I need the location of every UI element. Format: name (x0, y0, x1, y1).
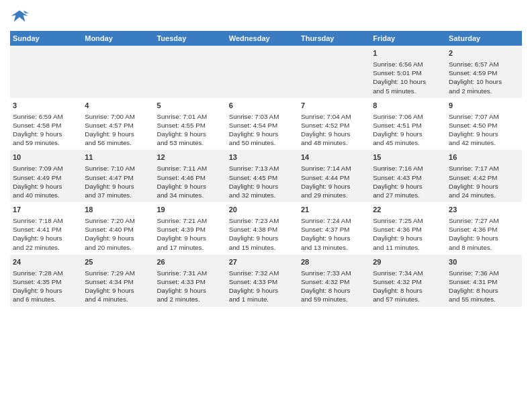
logo-bird-icon (10, 7, 29, 26)
day-number: 28 (301, 257, 367, 267)
day-info: Sunrise: 7:10 AM Sunset: 4:47 PM Dayligh… (85, 164, 151, 199)
day-number: 4 (85, 101, 151, 111)
calendar-week-row: 3Sunrise: 6:59 AM Sunset: 4:58 PM Daylig… (10, 98, 522, 150)
day-number: 16 (449, 152, 519, 163)
calendar-week-row: 17Sunrise: 7:18 AM Sunset: 4:41 PM Dayli… (10, 202, 522, 255)
day-info: Sunrise: 7:24 AM Sunset: 4:37 PM Dayligh… (301, 216, 367, 252)
day-info: Sunrise: 7:33 AM Sunset: 4:32 PM Dayligh… (301, 269, 367, 304)
weekday-header-sunday: Sunday (10, 31, 82, 46)
calendar-cell: 12Sunrise: 7:11 AM Sunset: 4:46 PM Dayli… (154, 150, 226, 202)
calendar-cell: 2Sunrise: 6:57 AM Sunset: 4:59 PM Daylig… (446, 46, 522, 98)
day-info: Sunrise: 7:00 AM Sunset: 4:57 PM Dayligh… (85, 112, 151, 148)
svg-marker-1 (24, 11, 29, 13)
day-number: 1 (373, 48, 443, 58)
calendar-cell (10, 46, 82, 98)
calendar-cell: 26Sunrise: 7:31 AM Sunset: 4:33 PM Dayli… (154, 255, 226, 307)
day-number: 5 (157, 101, 223, 111)
day-number: 11 (85, 152, 151, 163)
day-number: 9 (449, 101, 519, 111)
day-number: 8 (373, 101, 443, 111)
day-number: 3 (13, 101, 79, 111)
calendar-week-row: 10Sunrise: 7:09 AM Sunset: 4:49 PM Dayli… (10, 150, 522, 202)
day-info: Sunrise: 7:20 AM Sunset: 4:40 PM Dayligh… (85, 216, 151, 252)
day-info: Sunrise: 7:16 AM Sunset: 4:43 PM Dayligh… (373, 164, 443, 199)
logo (10, 7, 32, 26)
day-number: 25 (85, 257, 151, 267)
day-number: 6 (229, 101, 296, 111)
calendar-cell: 27Sunrise: 7:32 AM Sunset: 4:33 PM Dayli… (226, 255, 298, 307)
day-info: Sunrise: 7:07 AM Sunset: 4:50 PM Dayligh… (449, 112, 519, 148)
day-info: Sunrise: 7:36 AM Sunset: 4:31 PM Dayligh… (449, 269, 519, 304)
weekday-header-saturday: Saturday (446, 31, 522, 46)
calendar-cell: 4Sunrise: 7:00 AM Sunset: 4:57 PM Daylig… (82, 98, 154, 150)
day-number: 17 (13, 205, 79, 215)
day-number: 19 (157, 205, 223, 215)
day-info: Sunrise: 7:09 AM Sunset: 4:49 PM Dayligh… (13, 164, 79, 199)
calendar-cell (154, 46, 226, 98)
day-info: Sunrise: 6:59 AM Sunset: 4:58 PM Dayligh… (13, 112, 79, 148)
calendar-cell: 13Sunrise: 7:13 AM Sunset: 4:45 PM Dayli… (226, 150, 298, 202)
day-number: 26 (157, 257, 223, 267)
day-number: 15 (373, 152, 443, 163)
weekday-header-tuesday: Tuesday (154, 31, 226, 46)
day-info: Sunrise: 7:32 AM Sunset: 4:33 PM Dayligh… (229, 269, 296, 304)
day-number: 10 (13, 152, 79, 163)
calendar-cell: 18Sunrise: 7:20 AM Sunset: 4:40 PM Dayli… (82, 202, 154, 255)
day-number: 13 (229, 152, 296, 163)
calendar-cell: 24Sunrise: 7:28 AM Sunset: 4:35 PM Dayli… (10, 255, 82, 307)
day-number: 27 (229, 257, 296, 267)
day-info: Sunrise: 7:25 AM Sunset: 4:36 PM Dayligh… (373, 216, 443, 252)
day-number: 14 (301, 152, 367, 163)
day-number: 30 (449, 257, 519, 267)
calendar-cell (226, 46, 298, 98)
day-info: Sunrise: 7:27 AM Sunset: 4:36 PM Dayligh… (449, 216, 519, 252)
day-info: Sunrise: 7:03 AM Sunset: 4:54 PM Dayligh… (229, 112, 296, 148)
day-number: 2 (449, 48, 519, 58)
day-info: Sunrise: 6:57 AM Sunset: 4:59 PM Dayligh… (449, 60, 519, 95)
calendar-cell: 20Sunrise: 7:23 AM Sunset: 4:38 PM Dayli… (226, 202, 298, 255)
calendar-cell: 14Sunrise: 7:14 AM Sunset: 4:44 PM Dayli… (298, 150, 370, 202)
calendar-cell: 3Sunrise: 6:59 AM Sunset: 4:58 PM Daylig… (10, 98, 82, 150)
day-number: 7 (301, 101, 367, 111)
calendar-cell: 19Sunrise: 7:21 AM Sunset: 4:39 PM Dayli… (154, 202, 226, 255)
day-info: Sunrise: 7:01 AM Sunset: 4:55 PM Dayligh… (157, 112, 223, 148)
calendar-cell: 16Sunrise: 7:17 AM Sunset: 4:42 PM Dayli… (446, 150, 522, 202)
day-number: 21 (301, 205, 367, 215)
calendar-week-row: 24Sunrise: 7:28 AM Sunset: 4:35 PM Dayli… (10, 255, 522, 307)
calendar-cell: 28Sunrise: 7:33 AM Sunset: 4:32 PM Dayli… (298, 255, 370, 307)
calendar-cell: 22Sunrise: 7:25 AM Sunset: 4:36 PM Dayli… (370, 202, 446, 255)
weekday-header-monday: Monday (82, 31, 154, 46)
day-number: 12 (157, 152, 223, 163)
day-info: Sunrise: 7:17 AM Sunset: 4:42 PM Dayligh… (449, 164, 519, 199)
day-info: Sunrise: 7:21 AM Sunset: 4:39 PM Dayligh… (157, 216, 223, 252)
calendar-cell: 11Sunrise: 7:10 AM Sunset: 4:47 PM Dayli… (82, 150, 154, 202)
calendar-cell: 29Sunrise: 7:34 AM Sunset: 4:32 PM Dayli… (370, 255, 446, 307)
calendar-week-row: 1Sunrise: 6:56 AM Sunset: 5:01 PM Daylig… (10, 46, 522, 98)
calendar-cell: 7Sunrise: 7:04 AM Sunset: 4:52 PM Daylig… (298, 98, 370, 150)
calendar-cell: 25Sunrise: 7:29 AM Sunset: 4:34 PM Dayli… (82, 255, 154, 307)
day-info: Sunrise: 7:04 AM Sunset: 4:52 PM Dayligh… (301, 112, 367, 148)
calendar-cell: 8Sunrise: 7:06 AM Sunset: 4:51 PM Daylig… (370, 98, 446, 150)
calendar-table: SundayMondayTuesdayWednesdayThursdayFrid… (10, 31, 522, 307)
day-info: Sunrise: 7:14 AM Sunset: 4:44 PM Dayligh… (301, 164, 367, 199)
calendar-cell: 21Sunrise: 7:24 AM Sunset: 4:37 PM Dayli… (298, 202, 370, 255)
day-info: Sunrise: 7:18 AM Sunset: 4:41 PM Dayligh… (13, 216, 79, 252)
day-number: 23 (449, 205, 519, 215)
weekday-header-row: SundayMondayTuesdayWednesdayThursdayFrid… (10, 31, 522, 46)
day-number: 22 (373, 205, 443, 215)
day-info: Sunrise: 7:13 AM Sunset: 4:45 PM Dayligh… (229, 164, 296, 199)
header (10, 7, 522, 26)
calendar-cell: 30Sunrise: 7:36 AM Sunset: 4:31 PM Dayli… (446, 255, 522, 307)
day-number: 20 (229, 205, 296, 215)
day-info: Sunrise: 7:29 AM Sunset: 4:34 PM Dayligh… (85, 269, 151, 304)
calendar-cell: 1Sunrise: 6:56 AM Sunset: 5:01 PM Daylig… (370, 46, 446, 98)
day-info: Sunrise: 7:06 AM Sunset: 4:51 PM Dayligh… (373, 112, 443, 148)
calendar-cell: 5Sunrise: 7:01 AM Sunset: 4:55 PM Daylig… (154, 98, 226, 150)
weekday-header-wednesday: Wednesday (226, 31, 298, 46)
page-container: SundayMondayTuesdayWednesdayThursdayFrid… (0, 0, 532, 314)
day-info: Sunrise: 7:23 AM Sunset: 4:38 PM Dayligh… (229, 216, 296, 252)
day-info: Sunrise: 7:31 AM Sunset: 4:33 PM Dayligh… (157, 269, 223, 304)
day-number: 24 (13, 257, 79, 267)
weekday-header-thursday: Thursday (298, 31, 370, 46)
calendar-cell: 23Sunrise: 7:27 AM Sunset: 4:36 PM Dayli… (446, 202, 522, 255)
